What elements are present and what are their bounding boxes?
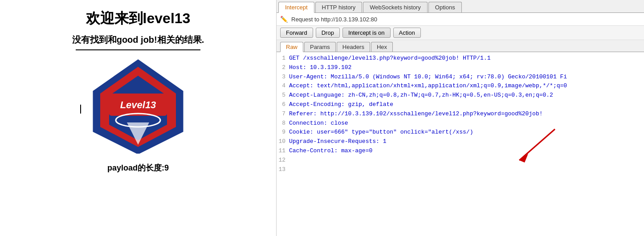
line-content: Accept: text/html,application/xhtml+xml,… xyxy=(289,81,567,91)
line-number: 7 xyxy=(277,110,289,119)
left-panel: 欢迎来到level13 没有找到和good job!相关的结果. Level13… xyxy=(0,0,276,236)
intercept-is-on-button[interactable]: Intercept is on xyxy=(342,28,391,38)
pencil-icon: ✏️ xyxy=(280,16,288,23)
code-line: 6Accept-Encoding: gzip, deflate xyxy=(277,100,644,110)
line-number: 6 xyxy=(277,100,289,110)
subtitle: 没有找到和good job!相关的结果. xyxy=(72,34,204,46)
sub-tab-hex[interactable]: Hex xyxy=(371,42,393,52)
tab-http-history[interactable]: HTTP history xyxy=(315,2,363,12)
code-line: 13 xyxy=(277,165,644,175)
line-number: 13 xyxy=(277,165,289,175)
line-content: Upgrade-Insecure-Requests: 1 xyxy=(289,137,386,146)
code-line: 7Referer: http://10.3.139.102/xsschallen… xyxy=(277,110,644,119)
line-number: 8 xyxy=(277,119,289,128)
line-number: 9 xyxy=(277,128,289,137)
code-line: 11Cache-Control: max-age=0 xyxy=(277,146,644,156)
code-line: 5Accept-Language: zh-CN,zh;q=0.8,zh-TW;q… xyxy=(277,91,644,100)
tab-options[interactable]: Options xyxy=(428,2,462,12)
tab-bar: Intercept HTTP history WebSockets histor… xyxy=(277,0,644,13)
line-content: Cookie: user=666" type="button" onclick=… xyxy=(289,128,473,137)
action-button[interactable]: Action xyxy=(393,28,421,38)
cursor-line xyxy=(80,105,81,114)
line-content: User-Agent: Mozilla/5.0 (Windows NT 10.0… xyxy=(289,73,567,82)
code-line: 10Upgrade-Insecure-Requests: 1 xyxy=(277,137,644,146)
code-line: 3User-Agent: Mozilla/5.0 (Windows NT 10.… xyxy=(277,73,644,82)
code-line: 9Cookie: user=666" type="button" onclick… xyxy=(277,128,644,137)
code-line: 8Connection: close xyxy=(277,119,644,128)
code-line: 2Host: 10.3.139.102 xyxy=(277,63,644,73)
line-number: 5 xyxy=(277,91,289,100)
line-content: Accept-Encoding: gzip, deflate xyxy=(289,100,393,110)
logo-container: Level13 xyxy=(89,56,187,154)
sub-tab-raw[interactable]: Raw xyxy=(280,42,303,52)
line-content: Host: 10.3.139.102 xyxy=(289,63,351,73)
action-bar: Forward Drop Intercept is on Action xyxy=(277,26,644,40)
level13-logo: Level13 xyxy=(89,56,187,154)
code-line: 12 xyxy=(277,156,644,165)
divider xyxy=(76,49,200,50)
line-content: Connection: close xyxy=(289,119,348,128)
sub-tab-headers[interactable]: Headers xyxy=(337,42,370,52)
code-area[interactable]: 1GET /xsschallenge/level13.php?keyword=g… xyxy=(277,52,644,236)
line-content: Referer: http://10.3.139.102/xsschalleng… xyxy=(289,110,543,119)
payload-label: payload的长度:9 xyxy=(107,163,169,173)
tab-websockets-history[interactable]: WebSockets history xyxy=(363,2,428,12)
line-content: Cache-Control: max-age=0 xyxy=(289,146,372,156)
toolbar: ✏️ Request to http://10.3.139.102:80 xyxy=(277,13,644,26)
sub-tab-params[interactable]: Params xyxy=(304,42,336,52)
line-number: 11 xyxy=(277,146,289,156)
drop-button[interactable]: Drop xyxy=(316,28,340,38)
line-number: 10 xyxy=(277,137,289,146)
sub-tab-bar: Raw Params Headers Hex xyxy=(277,40,644,52)
right-panel: Intercept HTTP history WebSockets histor… xyxy=(276,0,644,236)
page-title: 欢迎来到level13 xyxy=(86,9,191,28)
line-number: 12 xyxy=(277,156,289,165)
line-content: Accept-Language: zh-CN,zh;q=0.8,zh-TW;q=… xyxy=(289,91,553,100)
code-line: 1GET /xsschallenge/level13.php?keyword=g… xyxy=(277,54,644,63)
code-line: 4Accept: text/html,application/xhtml+xml… xyxy=(277,81,644,91)
line-number: 3 xyxy=(277,73,289,82)
line-number: 4 xyxy=(277,81,289,91)
line-number: 2 xyxy=(277,63,289,73)
tab-intercept[interactable]: Intercept xyxy=(278,2,314,13)
line-number: 1 xyxy=(277,54,289,63)
forward-button[interactable]: Forward xyxy=(280,28,313,38)
line-content: GET /xsschallenge/level13.php?keyword=go… xyxy=(289,54,490,63)
svg-text:Level13: Level13 xyxy=(120,99,156,110)
request-url: Request to http://10.3.139.102:80 xyxy=(291,16,377,23)
